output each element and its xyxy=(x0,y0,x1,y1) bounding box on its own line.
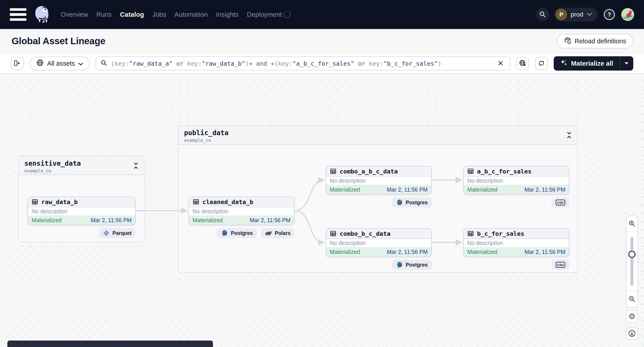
asset-node-combo_a_b_c_data: combo_a_b_c_dataNo descriptionMaterializ… xyxy=(326,166,432,208)
nav-item-jobs[interactable]: Jobs xyxy=(152,11,166,18)
materialization-timestamp[interactable]: Mar 2, 11:56 PM xyxy=(250,217,290,224)
query-token-punct: (key: xyxy=(111,60,129,67)
refresh-button[interactable] xyxy=(535,57,548,70)
query-token-punct: ) xyxy=(438,60,441,67)
asset-card[interactable]: a_b_c_for_salesNo descriptionMaterialize… xyxy=(463,166,569,195)
graph-settings-button[interactable]: ⚙ xyxy=(626,310,638,323)
asset-name: raw_data_b xyxy=(41,199,78,205)
table-icon xyxy=(330,168,336,175)
nav-item-automation[interactable]: Automation xyxy=(174,11,208,18)
open-sidebar-button[interactable] xyxy=(11,57,24,70)
badge-postgres[interactable]: Postgres xyxy=(217,228,257,238)
asset-card-header[interactable]: cleaned_data_b xyxy=(189,197,294,207)
nav-item-deployment[interactable]: Deployment xyxy=(247,11,282,18)
asset-card[interactable]: combo_b_c_dataNo descriptionMaterialized… xyxy=(326,228,432,257)
globe-icon xyxy=(36,59,44,68)
materialize-options-button[interactable] xyxy=(620,56,633,70)
materialize-all-button[interactable]: Materialize all xyxy=(554,56,620,70)
zoom-slider[interactable] xyxy=(626,232,638,291)
asset-card[interactable]: combo_a_b_c_dataNo descriptionMaterializ… xyxy=(326,166,432,195)
materialization-timestamp[interactable]: Mar 2, 11:56 PM xyxy=(387,249,428,255)
asset-badges: Postgres xyxy=(326,197,432,208)
caret-down-icon xyxy=(624,62,629,65)
asset-card-header[interactable]: b_c_for_sales xyxy=(464,229,569,239)
svg-text:CSV: CSV xyxy=(557,263,564,267)
menu-button[interactable] xyxy=(10,8,27,21)
reload-definitions-button[interactable]: Reload definitions xyxy=(557,34,633,48)
collapse-group-button[interactable] xyxy=(565,131,573,140)
asset-description: No description xyxy=(28,207,135,216)
search-button[interactable] xyxy=(536,8,549,21)
nav-item-catalog[interactable]: Catalog xyxy=(120,11,144,18)
materialization-timestamp[interactable]: Mar 2, 11:56 PM xyxy=(524,186,565,193)
asset-status-row[interactable]: MaterializedMar 2, 11:56 PM xyxy=(326,185,431,194)
badge-polars[interactable]: Polars xyxy=(260,228,294,238)
asset-card[interactable]: b_c_for_salesNo descriptionMaterializedM… xyxy=(463,228,569,257)
dagster-logo[interactable] xyxy=(33,5,50,24)
group-title: sensitive_data xyxy=(24,160,138,167)
asset-name: combo_a_b_c_data xyxy=(340,168,398,175)
asset-scope-label: All assets xyxy=(47,60,75,67)
group-header[interactable]: sensitive_dataexample_co xyxy=(18,156,144,175)
refresh-icon xyxy=(538,59,545,68)
deployment-switcher[interactable]: P prod xyxy=(554,7,598,21)
svg-text:CSV: CSV xyxy=(557,201,564,205)
asset-node-a_b_c_for_sales: a_b_c_for_salesNo descriptionMaterialize… xyxy=(463,166,569,208)
query-token-plus: + xyxy=(270,60,274,67)
badge-csv[interactable]: CSV xyxy=(552,260,569,270)
collapse-group-button[interactable] xyxy=(132,161,140,170)
download-button[interactable] xyxy=(626,327,638,340)
materialization-timestamp[interactable]: Mar 2, 11:56 PM xyxy=(524,249,565,255)
materialization-timestamp[interactable]: Mar 2, 11:56 PM xyxy=(91,217,132,224)
lineage-canvas[interactable]: ⚙ sensitive_dataexample_copublic_dataexa… xyxy=(0,74,644,347)
csv-icon: CSV xyxy=(556,262,565,268)
badge-parquet[interactable]: Parquet xyxy=(99,228,136,238)
asset-status-row[interactable]: MaterializedMar 2, 11:56 PM xyxy=(28,216,135,225)
globe-add-icon xyxy=(519,59,526,68)
group-header[interactable]: public_dataexample_co xyxy=(178,126,578,145)
asset-description: No description xyxy=(464,177,569,185)
asset-card-header[interactable]: a_b_c_for_sales xyxy=(464,166,569,177)
asset-status-row[interactable]: MaterializedMar 2, 11:56 PM xyxy=(464,185,569,194)
search-query-text: (key:"raw_data_a" or key:"raw_data_b")+ … xyxy=(111,60,492,67)
query-token-op: or xyxy=(358,60,365,67)
asset-status-row[interactable]: MaterializedMar 2, 11:56 PM xyxy=(464,247,569,257)
asset-card-header[interactable]: combo_b_c_data xyxy=(326,229,431,239)
asset-card-header[interactable]: raw_data_b xyxy=(28,197,135,207)
asset-status-row[interactable]: MaterializedMar 2, 11:56 PM xyxy=(326,247,431,257)
status-badge: Materialized xyxy=(32,217,62,224)
collapse-icon xyxy=(566,131,572,139)
asset-card[interactable]: raw_data_bNo descriptionMaterializedMar … xyxy=(28,197,136,225)
asset-scope-dropdown[interactable]: All assets xyxy=(30,56,90,70)
badge-postgres[interactable]: Postgres xyxy=(392,197,432,208)
asset-search-input[interactable]: (key:"raw_data_a" or key:"raw_data_b")+ … xyxy=(96,56,510,70)
zoom-in-button[interactable] xyxy=(626,216,638,232)
query-token-punct: (key: xyxy=(274,60,292,67)
nav-item-runs[interactable]: Runs xyxy=(96,11,112,18)
status-badge: Materialized xyxy=(467,186,498,193)
group-title: public_data xyxy=(184,129,572,137)
clear-search-button[interactable] xyxy=(496,58,506,68)
select-all-assets-button[interactable] xyxy=(516,57,529,70)
asset-badges: CSV xyxy=(463,260,569,270)
asset-name: cleaned_data_b xyxy=(202,199,254,205)
asset-node-cleaned_data_b: cleaned_data_bNo descriptionMaterialized… xyxy=(188,197,294,238)
zoom-slider-thumb[interactable] xyxy=(628,251,636,258)
asset-card[interactable]: cleaned_data_bNo descriptionMaterialized… xyxy=(188,197,294,225)
zoom-out-button[interactable] xyxy=(626,291,638,307)
materialization-timestamp[interactable]: Mar 2, 11:56 PM xyxy=(387,186,428,193)
badge-label: Postgres xyxy=(406,262,428,268)
nav-item-overview[interactable]: Overview xyxy=(61,11,88,18)
badge-label: Postgres xyxy=(406,200,428,206)
user-avatar[interactable] xyxy=(621,8,634,21)
badge-postgres[interactable]: Postgres xyxy=(392,260,432,270)
deployment-initial: P xyxy=(556,9,567,20)
asset-name: a_b_c_for_sales xyxy=(477,168,532,175)
asset-status-row[interactable]: MaterializedMar 2, 11:56 PM xyxy=(189,216,294,225)
nav-item-insights[interactable]: Insights xyxy=(216,11,239,18)
bottom-sheet-edge xyxy=(7,341,213,347)
help-button[interactable]: ? xyxy=(603,8,616,21)
status-badge: Materialized xyxy=(192,217,223,224)
asset-card-header[interactable]: combo_a_b_c_data xyxy=(326,166,431,177)
badge-csv[interactable]: CSV xyxy=(552,197,569,208)
